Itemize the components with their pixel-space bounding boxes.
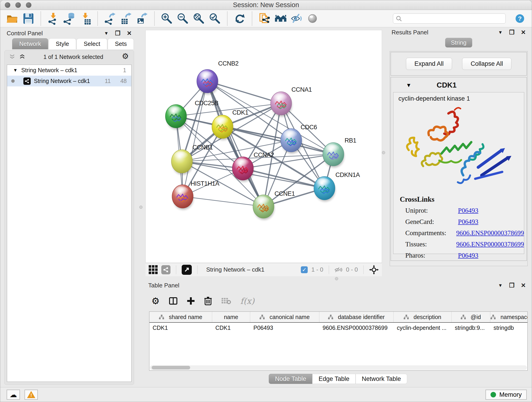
import-table-icon[interactable] xyxy=(77,12,93,26)
node-CDC6[interactable] xyxy=(281,128,302,153)
network-canvas[interactable]: CCNB2 CCNA1 CDC25B CDK1 CDC6 RB1 CCNB1 C… xyxy=(146,30,382,263)
collapse-protein-icon[interactable]: ▼ xyxy=(406,82,412,89)
show-columns-icon[interactable] xyxy=(169,297,177,305)
close-panel-icon[interactable]: ✕ xyxy=(521,29,526,36)
table-cell[interactable]: stringdb xyxy=(490,323,528,333)
export-network-icon[interactable] xyxy=(102,12,118,26)
node-CDKN1A[interactable] xyxy=(314,177,335,201)
close-panel-icon[interactable]: ✕ xyxy=(127,30,132,37)
edge-CCNB2-HIST1H1A[interactable] xyxy=(183,81,207,196)
table-row[interactable]: CDK1CDK1P064939606.ENSP00000378699cyclin… xyxy=(149,323,527,333)
home-icon[interactable] xyxy=(272,12,288,26)
memory-status-icon xyxy=(491,392,496,397)
table-cell[interactable]: stringdb:9... xyxy=(452,323,490,333)
edge-CCNA2-CDKN1A[interactable] xyxy=(243,168,324,188)
column-header-canonical-name[interactable]: canonical name xyxy=(250,312,319,322)
node-CCNB2[interactable] xyxy=(197,70,218,95)
selected-nodes-checkbox[interactable]: ✓ xyxy=(301,266,308,273)
zoom-selected-icon[interactable] xyxy=(207,12,223,26)
zoom-out-icon[interactable] xyxy=(175,12,191,26)
node-HIST1H1A[interactable] xyxy=(172,185,193,210)
crosslink-link[interactable]: P06493 xyxy=(458,252,478,259)
panel-menu-icon[interactable]: ▼ xyxy=(498,30,503,35)
tab-node-table[interactable]: Node Table xyxy=(269,374,312,384)
node-CCNA1[interactable] xyxy=(271,92,292,117)
detach-view-icon[interactable] xyxy=(182,265,192,275)
float-panel-icon[interactable]: ❒ xyxy=(509,282,514,289)
column-header-database-identifier[interactable]: database identifier xyxy=(319,312,394,322)
refresh-view-icon[interactable] xyxy=(232,12,248,26)
edge-HIST1H1A-CCNE1[interactable] xyxy=(183,196,264,206)
table-cell[interactable]: CDK1 xyxy=(212,323,250,333)
tab-select[interactable]: Select xyxy=(76,38,107,49)
tab-sets[interactable]: Sets xyxy=(108,38,134,49)
crosslink-link[interactable]: 9606.ENSP00000378699 xyxy=(456,229,524,237)
node-CCNB1[interactable] xyxy=(171,150,193,175)
grid-mode-icon[interactable] xyxy=(149,265,158,274)
left-splitter-handle[interactable] xyxy=(139,206,143,209)
panel-menu-icon[interactable]: ▼ xyxy=(498,283,503,288)
float-panel-icon[interactable]: ❒ xyxy=(509,29,514,36)
create-column-icon[interactable] xyxy=(187,297,195,305)
level-of-detail-sphere-icon[interactable] xyxy=(304,12,321,26)
search-icon xyxy=(396,16,402,22)
hide-graphics-details-icon[interactable] xyxy=(288,12,304,26)
open-session-icon[interactable] xyxy=(4,12,20,26)
control-panel: Control Panel ▼ ❒ ✕ NetworkStyleSelectSe… xyxy=(2,28,136,385)
import-network-icon[interactable] xyxy=(45,12,61,26)
table-cell[interactable]: CDK1 xyxy=(149,323,212,333)
export-image-icon[interactable] xyxy=(134,12,150,26)
table-horizontal-scrollbar[interactable] xyxy=(150,365,527,370)
panel-menu-icon[interactable]: ▼ xyxy=(104,31,109,36)
string-protein-query-icon[interactable] xyxy=(256,12,272,26)
network-collection-row[interactable]: ▼ String Network – cdk1 1 xyxy=(7,65,131,76)
column-header--id[interactable]: @id xyxy=(452,312,490,322)
import-network-database-icon[interactable] xyxy=(61,12,77,26)
expand-all-button[interactable]: Expand All xyxy=(406,58,452,70)
column-header-name[interactable]: name xyxy=(212,312,250,322)
bottom-splitter-handle[interactable] xyxy=(335,277,338,280)
network-mode-icon[interactable] xyxy=(161,265,171,274)
table-settings-gear-icon[interactable]: ⚙ xyxy=(152,296,160,306)
tab-network[interactable]: Network xyxy=(12,38,48,49)
crosslink-link[interactable]: P06493 xyxy=(458,207,478,214)
column-header-description[interactable]: description xyxy=(394,312,452,322)
zoom-fit-icon[interactable] xyxy=(191,12,207,26)
node-CDK1[interactable] xyxy=(212,115,233,140)
birds-eye-view-icon[interactable] xyxy=(369,265,379,274)
zoom-in-icon[interactable] xyxy=(159,12,175,26)
delete-column-trash-icon[interactable] xyxy=(204,296,212,306)
network-options-gear-icon[interactable]: ⚙ xyxy=(121,53,129,61)
node-RB1[interactable] xyxy=(323,143,344,167)
export-table-icon[interactable] xyxy=(118,12,134,26)
table-cell[interactable]: P06493 xyxy=(250,323,319,333)
crosslink-link[interactable]: 9606.ENSP00000378699 xyxy=(456,240,524,248)
search-input[interactable] xyxy=(404,15,503,22)
column-header-shared-name[interactable]: shared name xyxy=(149,312,212,322)
table-cell[interactable]: 9606.ENSP00000378699 xyxy=(319,323,394,333)
tab-string[interactable]: String xyxy=(445,38,472,47)
collapse-all-icon[interactable] xyxy=(9,54,15,60)
scrollbar-thumb[interactable] xyxy=(152,366,190,370)
expand-all-icon[interactable] xyxy=(19,54,25,60)
right-splitter-handle[interactable] xyxy=(382,151,385,154)
crosslink-link[interactable]: P06493 xyxy=(458,218,478,225)
float-panel-icon[interactable]: ❒ xyxy=(115,30,120,37)
tab-edge-table[interactable]: Edge Table xyxy=(312,374,355,384)
table-cell[interactable]: cyclin-dependent ... xyxy=(394,323,452,333)
node-CDC25B[interactable] xyxy=(165,104,187,129)
tab-style[interactable]: Style xyxy=(49,38,76,49)
collapse-all-button[interactable]: Collapse All xyxy=(462,58,511,70)
warnings-button[interactable]: ! xyxy=(25,390,38,400)
column-header-namespace[interactable]: namespace xyxy=(490,312,528,322)
collection-expand-icon[interactable]: ▼ xyxy=(13,68,18,73)
cloud-status-button[interactable]: ☁ xyxy=(7,390,20,400)
node-CCNE1[interactable] xyxy=(253,195,274,220)
network-row[interactable]: String Network – cdk1 11 48 xyxy=(7,76,131,86)
save-session-icon[interactable] xyxy=(20,12,36,26)
close-panel-icon[interactable]: ✕ xyxy=(521,282,526,289)
memory-button[interactable]: Memory xyxy=(486,390,527,400)
search-box[interactable] xyxy=(393,13,506,24)
help-button[interactable]: ? xyxy=(514,13,525,24)
tab-network-table[interactable]: Network Table xyxy=(355,374,407,384)
